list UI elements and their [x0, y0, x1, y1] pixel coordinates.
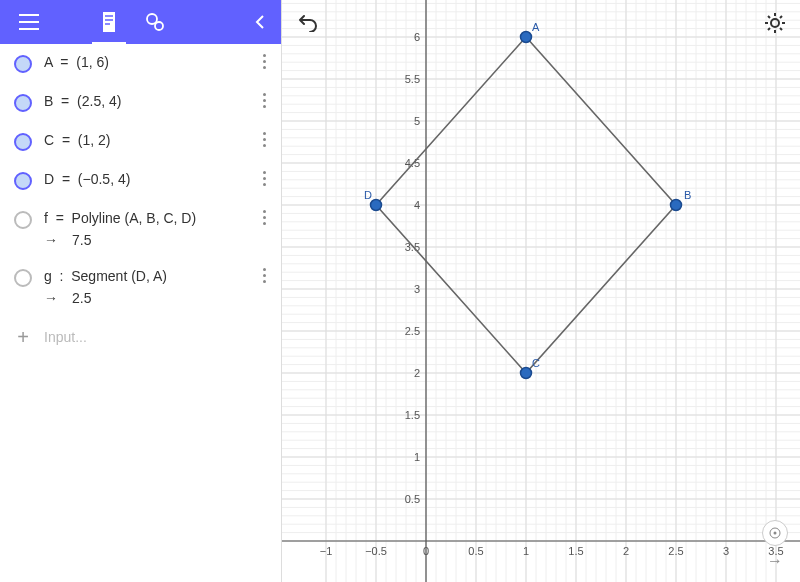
- svg-point-0: [147, 14, 157, 24]
- x-tick-label: 1: [523, 545, 529, 557]
- graph-svg: −1−0.500.511.522.533.50.511.522.533.544.…: [282, 0, 800, 582]
- gear-icon[interactable]: [764, 12, 786, 38]
- list-item[interactable]: D = (−0.5, 4): [0, 161, 281, 200]
- point-D[interactable]: [371, 200, 382, 211]
- recenter-icon[interactable]: [762, 520, 788, 546]
- point-C[interactable]: [521, 368, 532, 379]
- item-menu-icon[interactable]: [247, 93, 281, 108]
- point-label-D: D: [364, 189, 372, 201]
- y-tick-label: 2.5: [405, 325, 420, 337]
- x-tick-label: 3: [723, 545, 729, 557]
- visibility-toggle[interactable]: [14, 94, 32, 112]
- topbar: [0, 0, 281, 44]
- visibility-toggle[interactable]: [14, 133, 32, 151]
- expr-label: f = Polyline (A, B, C, D): [44, 210, 196, 226]
- visibility-toggle[interactable]: [14, 269, 32, 287]
- x-tick-label: 0: [423, 545, 429, 557]
- expr-label: g : Segment (D, A): [44, 268, 167, 284]
- y-tick-label: 0.5: [405, 493, 420, 505]
- expr-label: C = (1, 2): [44, 132, 111, 148]
- pan-right-icon[interactable]: →: [767, 552, 783, 570]
- point-label-C: C: [532, 357, 540, 369]
- list-item[interactable]: C = (1, 2): [0, 122, 281, 161]
- expr-label: B = (2.5, 4): [44, 93, 121, 109]
- visibility-toggle[interactable]: [14, 55, 32, 73]
- list-item[interactable]: f = Polyline (A, B, C, D) →7.5: [0, 200, 281, 258]
- tab-tools[interactable]: [134, 0, 176, 44]
- sidebar: A = (1, 6) B = (2.5, 4) C = (1, 2) D = (…: [0, 0, 282, 582]
- x-tick-label: 1.5: [568, 545, 583, 557]
- result-arrow-icon: →: [44, 290, 58, 306]
- point-A[interactable]: [521, 32, 532, 43]
- visibility-toggle[interactable]: [14, 172, 32, 190]
- y-tick-label: 1: [414, 451, 420, 463]
- hamburger-icon[interactable]: [8, 0, 50, 44]
- point-B[interactable]: [671, 200, 682, 211]
- y-tick-label: 5.5: [405, 73, 420, 85]
- item-menu-icon[interactable]: [247, 132, 281, 147]
- x-tick-label: 0.5: [468, 545, 483, 557]
- y-tick-label: 6: [414, 31, 420, 43]
- result-arrow-icon: →: [44, 232, 58, 248]
- visibility-toggle[interactable]: [14, 211, 32, 229]
- input-placeholder: Input...: [44, 329, 87, 345]
- item-menu-icon[interactable]: [247, 268, 281, 283]
- canvas-viewport[interactable]: → −1−0.500.511.522.533.50.511.522.533.54…: [282, 0, 800, 582]
- x-tick-label: −1: [320, 545, 333, 557]
- point-label-B: B: [684, 189, 691, 201]
- list-item[interactable]: g : Segment (D, A) →2.5: [0, 258, 281, 316]
- plus-icon[interactable]: +: [14, 328, 32, 346]
- list-item[interactable]: A = (1, 6): [0, 44, 281, 83]
- expr-label: A = (1, 6): [44, 54, 109, 70]
- expr-label: D = (−0.5, 4): [44, 171, 130, 187]
- item-menu-icon[interactable]: [247, 210, 281, 225]
- algebra-item-list: A = (1, 6) B = (2.5, 4) C = (1, 2) D = (…: [0, 44, 281, 582]
- x-tick-label: −0.5: [365, 545, 387, 557]
- y-tick-label: 1.5: [405, 409, 420, 421]
- result-value: 7.5: [72, 232, 91, 248]
- svg-point-4: [774, 532, 777, 535]
- svg-point-2: [771, 19, 779, 27]
- input-row[interactable]: + Input...: [0, 316, 281, 358]
- x-tick-label: 2.5: [668, 545, 683, 557]
- y-tick-label: 4: [414, 199, 420, 211]
- item-menu-icon[interactable]: [247, 171, 281, 186]
- list-item[interactable]: B = (2.5, 4): [0, 83, 281, 122]
- chevron-left-icon[interactable]: [247, 15, 273, 29]
- y-tick-label: 5: [414, 115, 420, 127]
- y-tick-label: 3: [414, 283, 420, 295]
- item-menu-icon[interactable]: [247, 54, 281, 69]
- x-tick-label: 2: [623, 545, 629, 557]
- undo-icon[interactable]: [296, 12, 320, 36]
- point-label-A: A: [532, 21, 540, 33]
- tab-algebra[interactable]: [88, 0, 130, 44]
- result-value: 2.5: [72, 290, 91, 306]
- svg-point-1: [155, 22, 163, 30]
- y-tick-label: 2: [414, 367, 420, 379]
